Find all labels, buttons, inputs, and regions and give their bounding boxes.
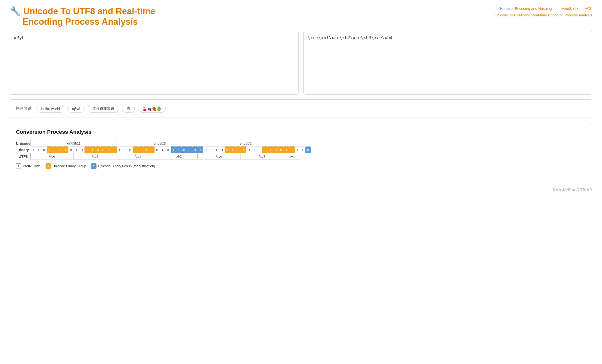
analysis-table-wrapper: Unicode α(\u3b1) β(\u3b2) γ(\u3b3) Binar… — [16, 140, 586, 159]
unicode-group-gamma: γ(\u3b3) — [203, 140, 289, 146]
title-text-line1: Unicode To UTF8 and Real-time — [23, 6, 155, 16]
bit: 1 — [176, 146, 181, 153]
bit: 1 — [235, 146, 241, 153]
bit: 1 — [90, 146, 95, 153]
bit: 1 — [171, 146, 176, 153]
bit: 1 — [31, 146, 36, 153]
bit: 0 — [47, 146, 52, 153]
bit: 0 — [305, 146, 311, 153]
bit: 0 — [101, 146, 106, 153]
bit: 0 — [225, 146, 230, 153]
bit: 1 — [268, 146, 273, 153]
bit: 0 — [79, 146, 84, 153]
bit: 1 — [84, 146, 90, 153]
quick-btn-chinese[interactable]: 道可道非常道 — [88, 105, 119, 113]
legend-prefix: 1 Prefix Code — [16, 163, 41, 169]
unicode-group-beta: β(\u3b2) — [117, 140, 203, 146]
analysis-section: Conversion Process Analysis Unicode α(\u… — [10, 123, 592, 174]
bit: 0 — [187, 146, 192, 153]
unicode-row: Unicode α(\u3b1) β(\u3b2) γ(\u3b3) — [16, 140, 311, 146]
legend-box-prefix: 1 — [16, 163, 21, 169]
legend-box-orange: 1 — [46, 163, 51, 169]
legend-box-blue: 1 — [91, 163, 96, 169]
input-section — [10, 31, 592, 95]
bit: 0 — [246, 146, 252, 153]
quick-try-section: 快速尝试: hello, world αβγδ 道可道非常道 吉 🍒🍇🍓🍏 — [10, 99, 592, 118]
legend-blue: 1 Unicode Binary Group (for distinction) — [91, 163, 155, 169]
bit: 0 — [219, 146, 225, 153]
bit: 1 — [138, 146, 144, 153]
bit: 1 — [36, 146, 41, 153]
analysis-title: Conversion Process Analysis — [16, 129, 586, 135]
bit: 1 — [289, 146, 295, 153]
bit: 0 — [203, 146, 208, 153]
quick-btn-ji[interactable]: 吉 — [122, 105, 135, 113]
utf8-xb1: \xb1 — [74, 153, 117, 159]
breadcrumb-encoding[interactable]: Encoding and Hashing — [515, 6, 552, 11]
tool-icon: 🔧 — [10, 6, 21, 16]
unicode-input[interactable] — [10, 31, 299, 95]
bit: 1 — [208, 146, 214, 153]
bit: 0 — [273, 146, 278, 153]
bit: 0 — [95, 146, 101, 153]
unicode-group-alpha: α(\u3b1) — [31, 140, 117, 146]
bit: 0 — [128, 146, 133, 153]
quick-try-label: 快速尝试: — [16, 106, 33, 111]
feedback-link[interactable]: Feedback — [561, 6, 578, 11]
title-block: 🔧 Unicode To UTF8 and Real-time Encoding… — [10, 6, 155, 27]
bit: 1 — [230, 146, 235, 153]
binary-row: Binary 1 1 0 0 1 1 1 0 1 0 1 1 — [16, 146, 311, 153]
quick-btn-emoji[interactable]: 🍒🍇🍓🍏 — [138, 105, 166, 113]
breadcrumb-home[interactable]: Home — [500, 6, 510, 11]
bit: 1 — [149, 146, 155, 153]
breadcrumb-sep2: > — [553, 6, 555, 11]
legend-label-blue: Unicode Binary Group (for distinction) — [98, 164, 155, 168]
breadcrumb-sep1: > — [511, 6, 513, 11]
bit: 0 — [41, 146, 47, 153]
bit: 0 — [181, 146, 187, 153]
utf8-xce1: \xce — [31, 153, 74, 159]
header-right: Home > Encoding and Hashing > Feedback 中… — [495, 6, 592, 17]
legend-label-prefix: Prefix Code — [23, 164, 41, 168]
binary-label: Binary — [16, 146, 31, 153]
utf8-output[interactable] — [303, 31, 592, 95]
title-text-line2: Encoding Process Analysis — [10, 16, 155, 27]
bit: 1 — [160, 146, 165, 153]
utf8-xb2: \xb2 — [160, 153, 198, 159]
lang-link[interactable]: 中文 — [584, 6, 592, 11]
bit: 1 — [262, 146, 268, 153]
bit: 0 — [133, 146, 138, 153]
bit: 0 — [192, 146, 198, 153]
bit: 0 — [106, 146, 111, 153]
bit: 1 — [144, 146, 149, 153]
bit: 1 — [214, 146, 219, 153]
bit: 1 — [198, 146, 203, 153]
bit: 0 — [68, 146, 74, 153]
utf8-xce3: \xce — [198, 153, 241, 159]
bit: 1 — [284, 146, 289, 153]
bit: 0 — [165, 146, 171, 153]
unicode-group-delta — [289, 140, 305, 146]
bit: 1 — [295, 146, 300, 153]
bit: 1 — [300, 146, 305, 153]
bit: 0 — [155, 146, 160, 153]
quick-btn-greek[interactable]: αβγδ — [67, 105, 85, 113]
utf8-label: UTF8 — [16, 153, 31, 159]
bit: 1 — [52, 146, 58, 153]
quick-try-buttons: hello, world αβγδ 道可道非常道 吉 🍒🍇🍓🍏 — [36, 105, 166, 113]
bit: 1 — [117, 146, 122, 153]
bit: 1 — [241, 146, 246, 153]
footer-credit: 掘金技术社区 @ 程序员山月 — [0, 184, 602, 194]
legend-row: 1 Prefix Code 1 Unicode Binary Group 1 U… — [16, 163, 586, 169]
bit: 1 — [63, 146, 68, 153]
unicode-label: Unicode — [16, 140, 31, 146]
bit: 1 — [122, 146, 128, 153]
bit: 1 — [111, 146, 117, 153]
page-title: 🔧 Unicode To UTF8 and Real-time — [10, 6, 155, 16]
bit: 1 — [58, 146, 63, 153]
legend-label-orange: Unicode Binary Group — [52, 164, 86, 168]
breadcrumb-current: Unicode To UTF8 and Real-time Encoding P… — [495, 13, 592, 17]
bit: 0 — [257, 146, 262, 153]
bit: 0 — [278, 146, 284, 153]
quick-btn-hello[interactable]: hello, world — [36, 105, 64, 113]
